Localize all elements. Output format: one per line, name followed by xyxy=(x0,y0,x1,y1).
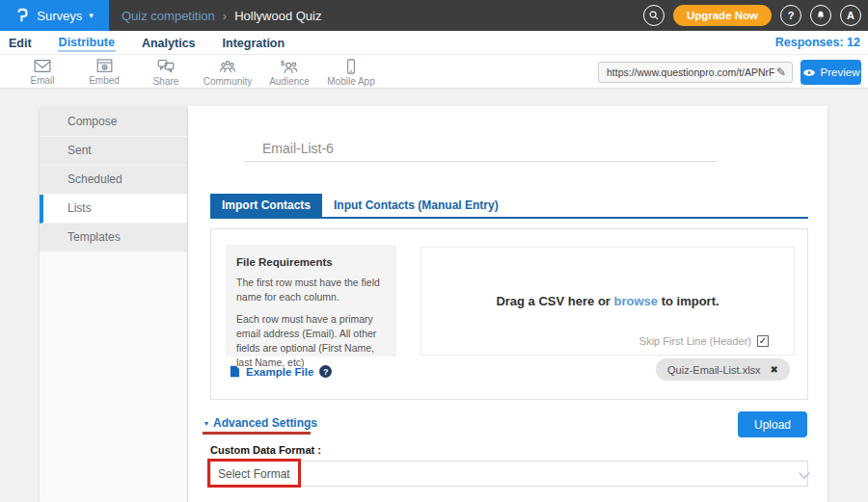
upload-button[interactable]: Upload xyxy=(738,411,807,437)
file-requirements-panel: File Requirements The first row must hav… xyxy=(226,245,396,357)
remove-file-icon[interactable]: ✖ xyxy=(771,364,778,375)
eye-icon xyxy=(802,68,816,77)
uploaded-file-name: Quiz-Email-List.xlsx xyxy=(667,364,761,376)
channel-label: Email xyxy=(30,75,54,86)
questionpro-app: Surveys ▾ Quiz competition › Hollywood Q… xyxy=(0,0,868,502)
list-name-input[interactable] xyxy=(244,137,717,162)
advanced-settings-label: Advanced Settings xyxy=(213,416,317,430)
nav-item-edit[interactable]: Edit xyxy=(8,35,33,51)
channel-community[interactable]: Community xyxy=(197,58,258,87)
help-icon[interactable]: ? xyxy=(319,365,332,378)
sidebar-item-lists[interactable]: Lists xyxy=(40,195,187,224)
annotation-underline xyxy=(203,432,311,435)
email-sidebar: Compose Sent Scheduled Lists Templates xyxy=(40,108,187,502)
svg-text:$: $ xyxy=(281,59,285,67)
channel-email[interactable]: Email xyxy=(12,58,73,87)
distribute-toolbar: Email Embed Share xyxy=(0,55,868,89)
surveys-menu[interactable]: Surveys ▾ xyxy=(0,0,109,31)
skip-first-line-label: Skip First Line (Header) xyxy=(639,335,751,347)
file-requirements-title: File Requirements xyxy=(236,256,386,268)
breadcrumb-survey-name[interactable]: Hollywood Quiz xyxy=(234,9,321,23)
bell-icon xyxy=(815,10,827,21)
sidebar-item-compose[interactable]: Compose xyxy=(40,108,187,137)
breadcrumb-separator-icon: › xyxy=(223,9,227,23)
nav-item-analytics[interactable]: Analytics xyxy=(141,35,197,51)
nav-item-distribute[interactable]: Distribute xyxy=(58,34,116,52)
import-contacts-box: File Requirements The first row must hav… xyxy=(210,228,808,400)
lists-panel: Import Contacts Input Contacts (Manual E… xyxy=(188,106,827,502)
email-icon xyxy=(33,58,52,74)
breadcrumb-folder[interactable]: Quiz competition xyxy=(122,9,215,23)
nav-item-integration[interactable]: Integration xyxy=(222,35,286,51)
channel-embed[interactable]: Embed xyxy=(73,58,135,87)
custom-data-format-label: Custom Data Format : xyxy=(210,444,321,456)
notifications-button[interactable] xyxy=(810,5,831,26)
preview-button[interactable]: Preview xyxy=(800,60,861,85)
channel-label: Share xyxy=(153,76,179,87)
channel-label: Mobile App xyxy=(327,76,374,87)
file-requirements-line: Each row must have a primary email addre… xyxy=(236,312,386,370)
surveys-menu-label: Surveys xyxy=(37,9,82,23)
dropzone-text-before: Drag a CSV here or xyxy=(496,294,610,308)
share-icon xyxy=(156,58,176,75)
account-avatar[interactable]: A xyxy=(840,5,861,26)
dropzone-text-after: to import. xyxy=(662,294,719,308)
skip-first-line-row: Skip First Line (Header) ✓ xyxy=(639,335,769,347)
example-file-link[interactable]: Example File xyxy=(246,366,313,378)
top-bar: Surveys ▾ Quiz competition › Hollywood Q… xyxy=(0,0,868,31)
survey-url-input[interactable] xyxy=(599,66,776,78)
browse-link[interactable]: browse xyxy=(614,294,659,308)
annotation-highlight-box xyxy=(207,459,301,488)
embed-icon xyxy=(95,58,114,74)
upgrade-now-button[interactable]: Upgrade Now xyxy=(673,5,772,26)
tab-import-contacts[interactable]: Import Contacts xyxy=(210,194,322,217)
chevron-down-icon: ▾ xyxy=(89,12,94,20)
audience-icon: $ xyxy=(280,58,299,75)
community-icon xyxy=(218,58,237,75)
topbar-actions: Upgrade Now ? A xyxy=(643,5,868,26)
sidebar-item-templates[interactable]: Templates xyxy=(40,224,187,252)
triangle-down-icon: ▾ xyxy=(204,419,208,428)
sidebar-item-sent[interactable]: Sent xyxy=(40,137,187,166)
skip-first-line-checkbox[interactable]: ✓ xyxy=(757,335,769,347)
channel-label: Audience xyxy=(269,76,310,87)
sidebar-item-scheduled[interactable]: Scheduled xyxy=(40,166,187,195)
responses-count[interactable]: Responses: 12 xyxy=(775,36,860,49)
breadcrumb: Quiz competition › Hollywood Quiz xyxy=(109,9,322,23)
contacts-tabs: Import Contacts Input Contacts (Manual E… xyxy=(210,194,808,219)
channel-label: Embed xyxy=(89,75,120,86)
questionpro-logo xyxy=(15,7,30,24)
channel-audience[interactable]: $ Audience xyxy=(258,58,320,87)
channel-label: Community xyxy=(203,76,253,87)
search-icon xyxy=(648,10,660,21)
channel-share[interactable]: Share xyxy=(135,58,197,87)
help-button[interactable]: ? xyxy=(780,5,801,26)
csv-dropzone[interactable]: Drag a CSV here or browse to import. Ski… xyxy=(420,247,795,356)
file-requirements-line: The first row must have the field name f… xyxy=(236,276,386,304)
mobile-app-icon xyxy=(342,58,360,75)
survey-url-field: ✎ xyxy=(598,62,793,83)
channel-mobile-app[interactable]: Mobile App xyxy=(320,58,382,87)
advanced-settings-toggle[interactable]: ▾ Advanced Settings xyxy=(204,416,317,430)
edit-url-icon[interactable]: ✎ xyxy=(776,66,792,79)
file-icon xyxy=(230,365,240,378)
search-button[interactable] xyxy=(643,5,665,26)
example-file-row: Example File ? xyxy=(230,365,332,378)
dropzone-text: Drag a CSV here or browse to import. xyxy=(496,294,719,308)
uploaded-file-chip: Quiz-Email-List.xlsx ✖ xyxy=(656,358,790,381)
tab-input-contacts-manual[interactable]: Input Contacts (Manual Entry) xyxy=(322,194,510,217)
survey-nav: Edit Distribute Analytics Integration Re… xyxy=(0,31,868,55)
preview-button-label: Preview xyxy=(821,66,860,78)
